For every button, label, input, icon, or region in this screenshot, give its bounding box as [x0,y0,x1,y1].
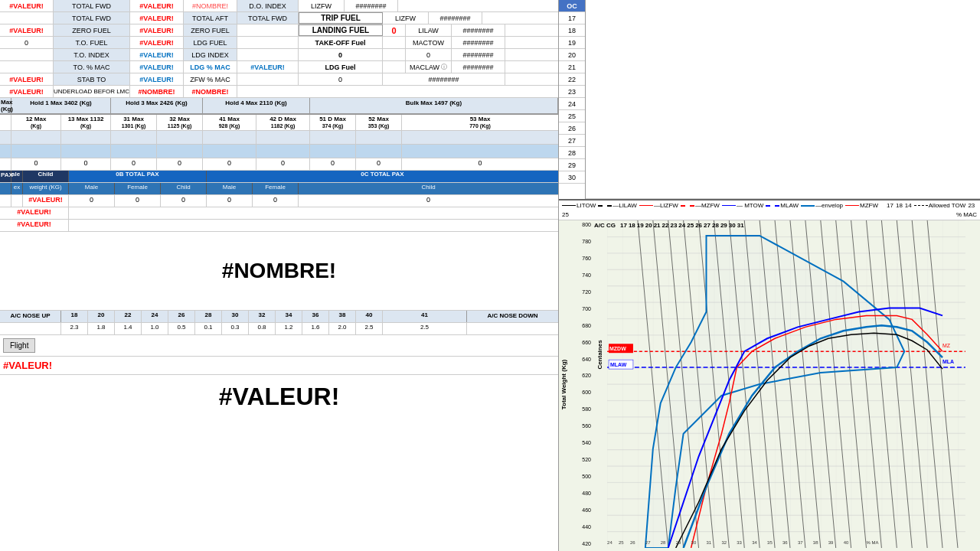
do-index-label: D.O. INDEX [237,0,299,11]
hb8 [356,145,402,158]
legend-14: 14 [905,202,912,209]
pax-female-2: Female [253,183,299,194]
h9 [402,131,558,144]
nose-28: 28 [195,311,222,322]
valeur-5: #VALEUR! [130,24,184,36]
y-440: 440 [570,524,591,530]
y-axis-label: Total Weight (Kg) [561,359,568,409]
y-540: 540 [570,440,591,445]
nose-30: 30 [222,311,249,322]
nose-34: 34 [276,311,302,322]
svg-text:33: 33 [737,540,742,545]
spacer-4 [383,37,406,48]
hold-num-12: 12 Max(Kg) [11,115,61,130]
svg-text:29: 29 [676,540,681,545]
svg-text:MLA: MLA [942,359,954,364]
svg-text:37: 37 [798,540,803,545]
y-420: 420 [570,541,591,546]
nv-1: 2.3 [61,323,88,334]
to-fuel-label: T.O. FUEL [54,37,130,48]
h2 [61,131,111,144]
nv-11: 2.0 [329,323,356,334]
hz3: 0 [111,158,157,170]
mlaw-line-icon [766,205,779,207]
ldg-mac-error: #VALEUR! [237,61,299,73]
y-560: 560 [570,423,591,429]
chart-body: Total Weight (Kg) 800 780 760 740 720 70… [559,220,980,548]
hb5 [203,145,256,158]
takeoff-value-cell: 0 [299,49,383,60]
spacer-9 [383,61,406,73]
spacer-3 [237,37,299,48]
total-fwd-label: TOTAL FWD [54,0,130,11]
svg-text:36: 36 [782,540,788,545]
y-640: 640 [570,357,591,362]
y-axis-container: Total Weight (Kg) [559,220,570,548]
ldg-index-label: LDG INDEX [184,49,237,60]
svg-text:35: 35 [767,540,773,545]
valeur-8: #VALEUR! [0,86,54,97]
pax-child-2: Child [299,183,558,194]
nose-up-header: A/C NOSE UP [0,311,61,322]
litow-line-icon [562,205,576,206]
total-aft-label: TOTAL AFT [184,12,237,24]
y-500: 500 [570,474,591,479]
pax-ex: ex [11,183,23,194]
ldg-mac-label-val: LDG % MAC [184,61,237,73]
y-axis-values: 800 780 760 740 720 700 680 660 640 620 … [570,220,593,548]
spacer-10 [237,73,299,85]
nv-9: 1.2 [276,323,302,334]
spacer-5 [0,49,54,60]
svg-text:MZDW: MZDW [609,346,626,351]
y-660: 660 [570,340,591,345]
pax-v0 [0,195,11,207]
h8 [356,131,402,144]
h6 [256,131,310,144]
nose-20: 20 [88,311,115,322]
landing-fuel-label: LANDING FUEL [299,24,383,36]
legend-lizfw: —LIZFW [639,202,678,209]
maclaw-label: MACLAW [410,64,439,71]
num18-label: 18 [896,202,903,209]
allowed-line-icon [914,205,928,206]
y-620: 620 [570,373,591,378]
spacer-7 [383,49,406,60]
hold-row-2-label [0,145,11,158]
maclaw-row: MACLAW ⓘ [406,61,452,73]
hold-num-13: 13 Max 1132(Kg) [61,115,111,130]
hash-5: ######## [452,49,505,60]
envelop-line-icon [801,205,815,207]
num-19: 19 [559,37,585,49]
spacer-8 [0,61,54,73]
num-24: 24 [559,98,585,110]
hash-1: ######## [345,0,398,11]
svg-text:MLAW: MLAW [610,362,627,367]
hb7 [310,145,356,158]
nose-down-header: A/C NOSE DOWN [466,311,558,322]
ldg-fuel-val: 0 [299,73,383,85]
hz1: 0 [11,158,61,170]
hz7: 0 [310,158,356,170]
zero-fuel-label: ZERO FUEL [54,24,130,36]
hb9 [402,145,558,158]
to-mac-label: TO. % MAC [54,61,130,73]
pax-val-5: 0 [253,195,299,207]
takeoff-fuel-label: TAKE-OFF Fuel [299,37,383,48]
svg-text:34: 34 [752,540,757,545]
envelop-label: —envelop [815,202,843,209]
h5 [203,131,256,144]
left-panel: #VALEUR! TOTAL FWD #VALEUR! #NOMBRE! D.O… [0,0,559,551]
ldg-fuel-label: LDG FUEL [184,37,237,48]
legend-mzfw: —MZFW [681,202,720,209]
flight-button[interactable]: Flight [3,338,35,353]
hold-num-51d: 51 D Max374 (Kg) [310,115,356,130]
svg-text:31: 31 [706,540,711,545]
mlaw-legend-label: MLAW [780,202,799,209]
svg-text:% MA: % MA [867,540,879,545]
pax-corner: PAX [0,171,11,182]
nv-6: 0.1 [195,323,222,334]
valeur-blue-3: #VALEUR! [130,73,184,85]
y-580: 580 [570,406,591,412]
large-valeur-error: #VALEUR! [219,383,340,411]
hz2: 0 [61,158,111,170]
